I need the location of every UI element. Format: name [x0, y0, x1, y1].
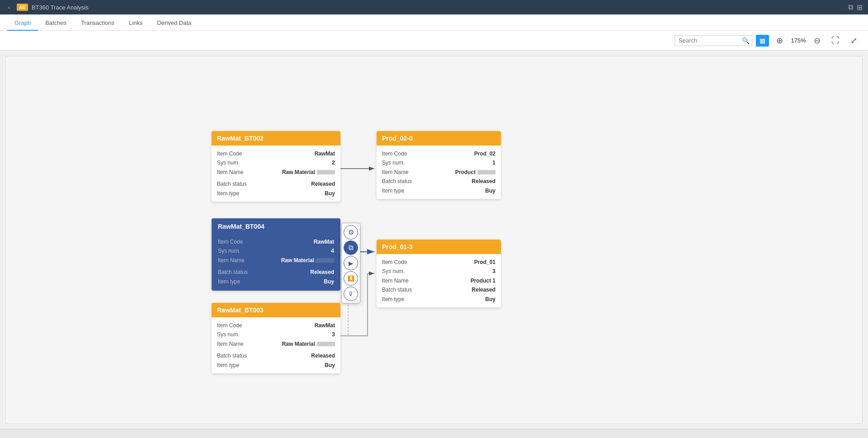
node-row: Item Code RawMat: [217, 149, 335, 158]
search-box[interactable]: 🔍: [675, 35, 752, 46]
node-rawmat-bt004[interactable]: RawMat_BT004 Item Code RawMat Sys num. 4…: [212, 218, 340, 291]
tab-derived-data[interactable]: Derived Data: [150, 16, 198, 31]
ctx-filter-button[interactable]: ⊽: [344, 287, 358, 301]
top-bar: ‹ AE BT360 Trace Analysis ⧉ ⊞: [0, 0, 868, 14]
zoom-out-button[interactable]: ⊖: [810, 34, 824, 47]
tab-links[interactable]: Links: [122, 16, 150, 31]
node-row: Item Name Raw Material: [217, 339, 335, 349]
node-row: Batch status Released: [218, 268, 334, 277]
node-row: Item Name Raw Material: [217, 168, 335, 177]
node-row: Sys num. 3: [382, 267, 495, 276]
status-bar: [0, 429, 868, 438]
node-row: Item type Buy: [217, 361, 335, 370]
node-row: Item Code Prod_02: [382, 149, 495, 158]
tab-batches[interactable]: Batches: [38, 16, 74, 31]
node-row: Sys num. 2: [217, 158, 335, 167]
context-menu: ⚙ ⧉ ▶ ⏬ ⊽: [341, 223, 360, 303]
node-body-prod-02-0: Item Code Prod_02 Sys num. 1 Item Name P…: [377, 146, 501, 199]
node-row: Item Name Product 1: [382, 276, 495, 285]
node-rawmat-bt002[interactable]: RawMat_BT002 Item Code RawMat Sys num. 2…: [212, 131, 340, 202]
node-body-prod-01-3: Item Code Prod_01 Sys num. 3 Item Name P…: [377, 254, 501, 307]
zoom-in-button[interactable]: ⊕: [773, 34, 787, 47]
ctx-copy-button[interactable]: ⧉: [344, 240, 358, 255]
node-row: Batch status Released: [217, 351, 335, 360]
node-row: Item type Buy: [218, 277, 334, 286]
zoom-level-label: 175%: [790, 37, 807, 44]
canvas-area: RawMat_BT002 Item Code RawMat Sys num. 2…: [5, 56, 863, 424]
view-toggle-button[interactable]: ▦: [756, 35, 769, 47]
node-row: Item type Buy: [382, 186, 495, 195]
node-rawmat-bt003[interactable]: RawMat_BT003 Item Code RawMat Sys num. 3…: [212, 303, 340, 373]
node-prod-01-3[interactable]: Prod_01-3 Item Code Prod_01 Sys num. 3 I…: [377, 240, 501, 307]
topbar-right: ⧉ ⊞: [848, 3, 863, 12]
search-icon[interactable]: 🔍: [742, 37, 750, 44]
node-row: Item Name Raw Material: [218, 256, 334, 265]
node-header-rawmat-bt004: RawMat_BT004: [212, 219, 340, 234]
node-header-rawmat-bt002: RawMat_BT002: [212, 131, 340, 146]
node-row: Sys num. 1: [382, 158, 495, 167]
toolbar-row: 🔍 ▦ ⊕ 175% ⊖ ⛶ ⤢: [0, 31, 868, 51]
node-body-rawmat-bt004: Item Code RawMat Sys num. 4 Item Name Ra…: [212, 234, 340, 290]
node-row: Item type Buy: [382, 295, 495, 304]
node-row: Item Code RawMat: [217, 321, 335, 330]
app-title: BT360 Trace Analysis: [32, 4, 89, 11]
grid-icon[interactable]: ⊞: [857, 3, 863, 12]
node-body-rawmat-bt003: Item Code RawMat Sys num. 3 Item Name Ra…: [212, 317, 340, 373]
node-row: Item type Buy: [217, 189, 335, 198]
node-header-rawmat-bt003: RawMat_BT003: [212, 303, 340, 317]
fit-view-button[interactable]: ⛶: [828, 34, 843, 47]
toggle-panel-icon[interactable]: ⧉: [848, 3, 853, 11]
node-row: Item Name Product: [382, 168, 495, 177]
node-prod-02-0[interactable]: Prod_02-0 Item Code Prod_02 Sys num. 1 I…: [377, 131, 501, 199]
node-row: Batch status Released: [217, 179, 335, 188]
node-body-rawmat-bt002: Item Code RawMat Sys num. 2 Item Name Ra…: [212, 146, 340, 202]
node-row: Batch status Released: [382, 285, 495, 294]
ctx-forward-button[interactable]: ▶: [344, 256, 358, 270]
node-row: Item Code RawMat: [218, 237, 334, 246]
ctx-settings-button[interactable]: ⚙: [344, 225, 358, 240]
app-logo: AE: [17, 4, 28, 11]
node-header-prod-02-0: Prod_02-0: [377, 131, 501, 146]
tab-graph[interactable]: Graph: [7, 16, 38, 31]
ctx-expand-button[interactable]: ⏬: [344, 271, 358, 286]
node-row: Sys num. 4: [218, 246, 334, 255]
node-row: Item Code Prod_01: [382, 258, 495, 267]
node-header-prod-01-3: Prod_01-3: [377, 240, 501, 254]
node-row: Sys num. 3: [217, 330, 335, 339]
node-row: Batch status Released: [382, 177, 495, 186]
tabs-bar: Graph Batches Transactions Links Derived…: [0, 14, 868, 31]
search-input[interactable]: [679, 37, 742, 44]
tab-transactions[interactable]: Transactions: [74, 16, 122, 31]
expand-view-button[interactable]: ⤢: [847, 34, 861, 47]
back-button[interactable]: ‹: [5, 3, 13, 12]
